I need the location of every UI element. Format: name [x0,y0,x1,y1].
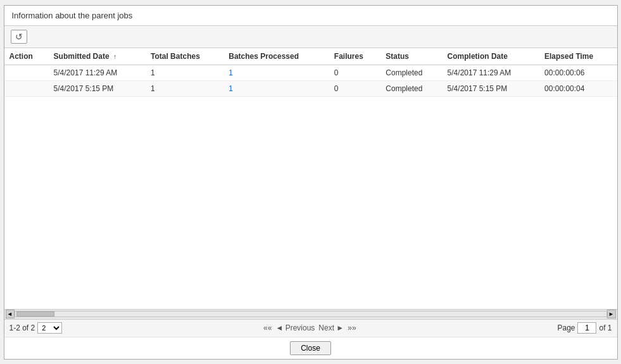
page-label: Page [557,323,575,332]
page-of-label: of 1 [599,323,612,332]
cell-batches_processed[interactable]: 1 [223,80,329,96]
table-header-row: Action Submitted Date ↑ Total Batches Ba… [4,48,617,65]
col-header-completion-date: Completion Date [442,48,539,65]
scroll-right-arrow[interactable]: ► [607,310,616,318]
cell-failures: 0 [329,65,381,80]
records-count: 1-2 of 2 2 10 25 50 [9,322,63,334]
nav-controls: «« ◄ Previous Next ► »» [62,323,557,332]
close-bar: Close [4,337,617,359]
table-body: 5/4/2017 11:29 AM110Completed5/4/2017 11… [4,65,617,96]
close-button[interactable]: Close [290,341,331,355]
nav-last-button[interactable]: »» [348,323,356,332]
nav-first-button[interactable]: «« [263,323,272,332]
records-label: 1-2 of 2 [9,323,35,332]
link-batches_processed[interactable]: 1 [229,68,233,77]
cell-total_batches: 1 [146,65,223,80]
nav-prev-button[interactable]: ◄ Previous [275,323,315,332]
cell-status: Completed [380,80,442,96]
table-container: Action Submitted Date ↑ Total Batches Ba… [4,48,617,309]
cell-completion_date: 5/4/2017 5:15 PM [442,80,539,96]
col-header-status: Status [380,48,442,65]
nav-next-button[interactable]: Next ► [318,323,344,332]
col-header-submitted-date[interactable]: Submitted Date ↑ [49,48,146,65]
col-header-elapsed-time: Elapsed Time [539,48,617,65]
refresh-icon: ↺ [15,32,23,42]
cell-submitted_date: 5/4/2017 5:15 PM [49,80,146,96]
cell-failures: 0 [329,80,381,96]
scroll-left-arrow[interactable]: ◄ [6,310,15,318]
horizontal-scrollbar[interactable]: ◄ ► [4,309,617,319]
cell-elapsed_time: 00:00:00:04 [539,80,617,96]
page-info: Page of 1 [557,322,612,334]
cell-total_batches: 1 [146,80,223,96]
cell-submitted_date: 5/4/2017 11:29 AM [49,65,146,80]
col-header-batches-processed: Batches Processed [223,48,329,65]
toolbar: ↺ [4,26,617,48]
dialog-title: Information about the parent jobs [4,6,617,26]
scrollbar-thumb[interactable] [16,311,54,317]
footer-bar: 1-2 of 2 2 10 25 50 «« ◄ Previous Next ►… [4,319,617,337]
cell-batches_processed[interactable]: 1 [223,65,329,80]
col-header-failures: Failures [329,48,381,65]
cell-elapsed_time: 00:00:00:06 [539,65,617,80]
page-number-input[interactable] [577,322,596,334]
link-batches_processed[interactable]: 1 [229,84,233,93]
col-header-action: Action [4,48,49,65]
cell-action [4,65,49,80]
cell-status: Completed [380,65,442,80]
sort-indicator-submitted-date: ↑ [113,53,116,60]
data-table: Action Submitted Date ↑ Total Batches Ba… [4,48,617,97]
cell-completion_date: 5/4/2017 11:29 AM [442,65,539,80]
table-row: 5/4/2017 11:29 AM110Completed5/4/2017 11… [4,65,617,80]
dialog: Information about the parent jobs ↺ Acti… [4,5,618,360]
records-per-page-select[interactable]: 2 10 25 50 [37,322,62,334]
scrollbar-track[interactable] [15,311,607,317]
table-row: 5/4/2017 5:15 PM110Completed5/4/2017 5:1… [4,80,617,96]
cell-action [4,80,49,96]
refresh-button[interactable]: ↺ [11,30,27,44]
col-header-total-batches: Total Batches [146,48,223,65]
